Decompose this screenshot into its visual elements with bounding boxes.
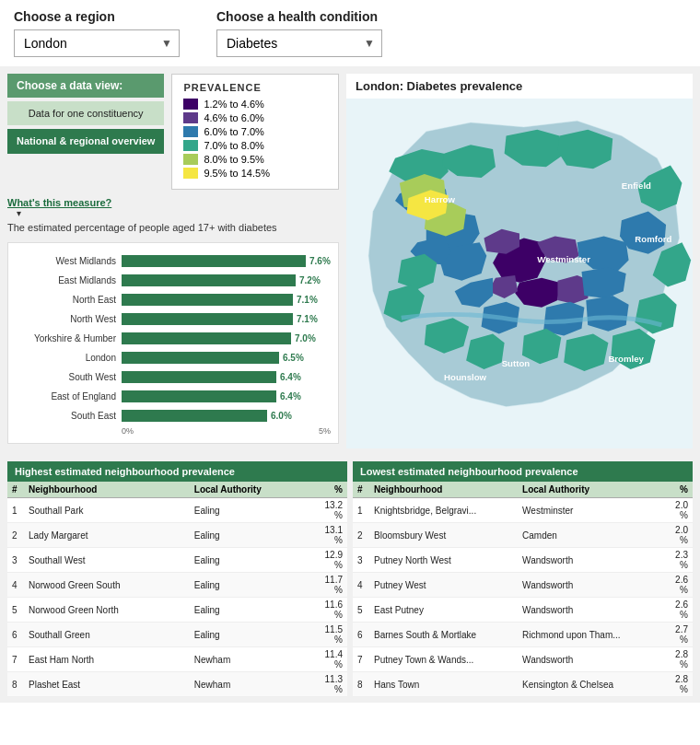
bar-label: East Midlands — [16, 275, 122, 285]
bar-value: 7.1% — [297, 295, 318, 305]
bar-row: London 6.5% — [16, 349, 331, 366]
london-map-svg: Harrow Enfield Westminster Hounslow Sutt… — [346, 99, 693, 448]
legend-box: PREVALENCE 1.2% to 4.6%4.6% to 6.0%6.0% … — [171, 74, 339, 190]
table-row: 1Knightsbridge, Belgravi...Westminster2.… — [353, 498, 693, 523]
region-label: Choose a region — [14, 9, 180, 24]
table-row: 3Southall WestEaling12.9 % — [7, 548, 347, 573]
legend-item-label: 1.2% to 4.6% — [204, 99, 263, 110]
table-cell: Norwood Green South — [24, 573, 190, 598]
table-cell: Ealing — [190, 623, 315, 647]
bar-label: North West — [16, 314, 122, 324]
legend-items: 1.2% to 4.6%4.6% to 6.0%6.0% to 7.0%7.0%… — [183, 99, 327, 179]
table-cell: Southall Green — [24, 623, 190, 647]
table-cell: Norwood Green North — [24, 598, 190, 623]
region-select[interactable]: London North South East of England — [14, 29, 180, 57]
bar-value: 7.2% — [299, 275, 321, 285]
table-cell: 12.9 % — [315, 548, 347, 573]
high-table: # Neighbourhood Local Authority % 1South… — [7, 482, 347, 697]
table-cell: Bloomsbury West — [369, 523, 518, 548]
table-cell: Ealing — [190, 523, 315, 548]
sutton-label: Sutton — [502, 358, 531, 368]
legend-color-swatch — [183, 126, 198, 137]
legend-color-swatch — [183, 112, 198, 123]
table-cell: Plashet East — [24, 672, 190, 697]
legend-color-swatch — [183, 154, 198, 165]
table-cell: 5 — [353, 598, 369, 623]
bar-label: Yorkshire & Humber — [16, 333, 122, 343]
table-cell: Ealing — [190, 573, 315, 598]
bar-fill — [122, 332, 291, 344]
bar-value: 7.6% — [309, 256, 331, 266]
table-cell: 11.5 % — [315, 623, 347, 647]
bar-row: South West 6.4% — [16, 368, 331, 385]
table-cell: 2.8 % — [660, 672, 693, 697]
table-row: 6Barnes South & MortlakeRichmond upon Th… — [353, 623, 693, 647]
table-cell: Newham — [190, 672, 315, 697]
bar-fill — [122, 410, 267, 422]
bar-label: London — [16, 353, 122, 363]
table-cell: 1 — [7, 498, 24, 523]
table-row: 4Putney WestWandsworth2.6 % — [353, 573, 693, 598]
bromley-label: Bromley — [608, 354, 644, 364]
bar-axis-labels: 0% 5% — [122, 426, 331, 436]
bar-label: South West — [16, 372, 122, 382]
condition-select[interactable]: Diabetes Hypertension Obesity — [216, 29, 382, 57]
bar-container: 6.0% — [122, 410, 331, 422]
axis-label-0: 0% — [122, 426, 134, 436]
table-cell: 4 — [7, 573, 24, 598]
bar-container: 6.4% — [122, 371, 331, 383]
bar-value: 7.1% — [297, 314, 318, 324]
table-cell: Putney West — [369, 573, 518, 598]
high-table-title: Highest estimated neighbourhood prevalen… — [7, 461, 347, 482]
bar-container: 7.0% — [122, 332, 331, 344]
national-button[interactable]: National & regional overview — [7, 129, 164, 153]
measure-link[interactable]: What's this measure? — [7, 197, 339, 208]
axis-label-5: 5% — [319, 426, 331, 436]
table-cell: Wandsworth — [518, 573, 660, 598]
bar-container: 6.5% — [122, 352, 331, 364]
map-title: London: Diabetes prevalence — [346, 74, 693, 99]
table-row: 7Putney Town & Wands...Wandsworth2.8 % — [353, 647, 693, 672]
table-cell: 5 — [7, 598, 24, 623]
table-row: 2Lady MargaretEaling13.1 % — [7, 523, 347, 548]
bar-row: East of England 6.4% — [16, 388, 331, 404]
table-row: 8Plashet EastNewham11.3 % — [7, 672, 347, 697]
low-col-num: # — [353, 482, 369, 498]
condition-select-wrapper[interactable]: Diabetes Hypertension Obesity ▼ — [216, 29, 382, 57]
table-cell: Westminster — [518, 498, 660, 523]
low-col-authority: Local Authority — [518, 482, 660, 498]
low-table: # Neighbourhood Local Authority % 1Knigh… — [353, 482, 693, 697]
table-row: 8Hans TownKensington & Chelsea2.8 % — [353, 672, 693, 697]
table-cell: 6 — [353, 623, 369, 647]
table-cell: Ealing — [190, 598, 315, 623]
table-cell: 2 — [7, 523, 24, 548]
bottom-tables: Highest estimated neighbourhood prevalen… — [0, 456, 700, 703]
bar-row: East Midlands 7.2% — [16, 272, 331, 288]
bar-axis: 0% 5% — [122, 426, 331, 436]
table-cell: 11.3 % — [315, 672, 347, 697]
legend-title: PREVALENCE — [183, 82, 327, 93]
bar-row: Yorkshire & Humber 7.0% — [16, 330, 331, 346]
table-cell: 2.6 % — [660, 573, 693, 598]
table-cell: 1 — [353, 498, 369, 523]
legend-item: 7.0% to 8.0% — [183, 140, 327, 151]
bar-label: West Midlands — [16, 256, 122, 266]
bar-row: North West 7.1% — [16, 310, 331, 327]
bar-container: 7.2% — [122, 274, 331, 286]
table-cell: East Putney — [369, 598, 518, 623]
low-col-neighbourhood: Neighbourhood — [369, 482, 518, 498]
legend-item: 8.0% to 9.5% — [183, 154, 327, 165]
table-row: 4Norwood Green SouthEaling11.7 % — [7, 573, 347, 598]
table-cell: Knightsbridge, Belgravi... — [369, 498, 518, 523]
constituency-button[interactable]: Data for one constituency — [7, 101, 164, 125]
hounslow-label: Hounslow — [444, 372, 486, 382]
high-col-pct: % — [315, 482, 347, 498]
table-cell: Wandsworth — [518, 548, 660, 573]
table-cell: 3 — [353, 548, 369, 573]
high-col-neighbourhood: Neighbourhood — [24, 482, 190, 498]
table-cell: 2 — [353, 523, 369, 548]
bar-value: 6.5% — [283, 353, 304, 363]
table-cell: Kensington & Chelsea — [518, 672, 660, 697]
region-select-wrapper[interactable]: London North South East of England ▼ — [14, 29, 180, 57]
table-cell: 2.3 % — [660, 548, 693, 573]
